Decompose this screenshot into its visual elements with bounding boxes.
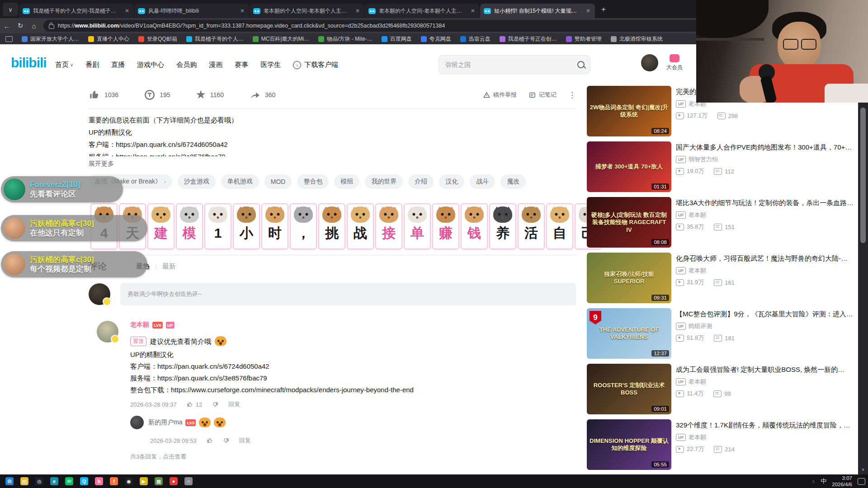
tab-close-icon[interactable]: ✕ (124, 8, 130, 14)
cat-emote-card[interactable]: 活 (518, 203, 545, 249)
cat-emote-card[interactable]: 建 (147, 203, 175, 249)
bookmark-item[interactable]: 迅雷云盘 (460, 35, 491, 43)
taskbar-app-icon[interactable]: ◉ (123, 476, 135, 487)
favorite-button[interactable]: ★ 1160 (196, 90, 224, 100)
cat-emote-card[interactable]: 时 (261, 203, 288, 249)
taskbar-app-icon[interactable]: ▦ (153, 476, 165, 487)
uploader-row[interactable]: UP 鸽组评测 (676, 322, 855, 330)
taskbar-app-icon[interactable]: ▶ (138, 476, 150, 487)
video-thumbnail[interactable]: ROOSTER'S 定制职业法术BOSS 09:01 (587, 364, 671, 414)
reload-icon[interactable]: ↻ (14, 22, 27, 30)
reply-like-button[interactable] (207, 437, 213, 444)
description-line[interactable]: 服务端：https://pan.quark.cn/s/3e8576fbac79 (89, 150, 495, 156)
browser-tab[interactable]: 我是桶子哥的个人空间-我是桶子… ✕ (19, 4, 134, 18)
bookmark-item[interactable]: 赞助者管理 (566, 35, 602, 43)
reply-author[interactable]: 新的用户ma (148, 418, 182, 427)
tag-pill[interactable]: 介绍 (408, 174, 434, 189)
uploader-row[interactable]: UP 弱智苦力怕 (676, 155, 855, 164)
cat-emote-card[interactable]: 赚 (432, 203, 459, 249)
scrollbar-down-arrow[interactable]: ▾ (858, 467, 868, 473)
input-method-indicator[interactable]: 中 (821, 477, 826, 485)
video-title[interactable]: 国产大体量多人合作PVE肉鸽地图发布！300+道具，70+… (676, 142, 855, 152)
view-more-replies[interactable]: 共3条回复，点击查看 (130, 453, 564, 461)
recommended-video-card[interactable]: 硬核|多人|定制玩法 数百定制装备技能怪物 RAGECRAFT IV 08:08… (587, 197, 855, 248)
video-title[interactable]: 【MC整合包评测】9分，《瓦尔基里大冒险》评测：进入… (676, 309, 855, 319)
tab-close-icon[interactable]: ✕ (239, 8, 245, 14)
cat-emote-card[interactable]: 小 (233, 203, 260, 249)
bookmark-item[interactable]: 我是桶子哥正在创… (500, 35, 557, 43)
page-scrollbar[interactable]: ▾ (858, 44, 868, 474)
user-avatar[interactable] (641, 54, 658, 71)
report-button[interactable]: 稿件举报 (483, 91, 517, 99)
uploader-row[interactable]: UP 老本願 (676, 433, 855, 441)
bookmark-item[interactable]: 百度网盘 (382, 35, 412, 43)
cat-emote-card[interactable]: 挑 (318, 203, 345, 249)
taskbar-clock[interactable]: 3:07 2026/4/6 (832, 475, 852, 488)
recommended-video-card[interactable]: 9 THE ADVENTURE OF VALKYRIENS 12:37 【MC整… (587, 308, 855, 359)
home-icon[interactable]: ⌂ (27, 22, 41, 30)
video-thumbnail[interactable]: DIMENSION HOPPER 颠覆认知的维度探险 05:55 (587, 419, 671, 470)
tag-pill[interactable]: 汉化 (439, 174, 464, 189)
cat-emote-card[interactable]: 养 (489, 203, 516, 249)
tag-pill[interactable]: 我的世界 (365, 174, 403, 189)
new-tab-button[interactable]: + (597, 3, 610, 16)
uploader-name[interactable]: 鸽组评测 (689, 322, 712, 330)
uploader-name[interactable]: 老本願 (689, 211, 706, 219)
video-thumbnail[interactable]: 9 THE ADVENTURE OF VALKYRIENS 12:37 (587, 308, 671, 359)
tab-close-icon[interactable]: ✕ (585, 8, 591, 14)
bilibili-logo[interactable]: bilibili (11, 55, 47, 70)
scrollbar-thumb[interactable] (860, 108, 866, 243)
note-button[interactable]: 记笔记 (528, 91, 557, 99)
video-thumbnail[interactable]: 硬核|多人|定制玩法 数百定制装备技能怪物 RAGECRAFT IV 08:08 (587, 197, 671, 248)
bookmark-item[interactable]: MC百科|最大的Mi… (253, 35, 309, 43)
uploader-row[interactable]: UP 老本願 (676, 378, 855, 386)
taskbar-app-icon[interactable]: ✉ (63, 476, 75, 487)
comment-line[interactable]: 服务端：https://pan.quark.cn/s/3e8576fbac79 (130, 375, 564, 381)
taskbar-app-icon[interactable]: ○ (183, 476, 194, 487)
bookmarks-panel-icon[interactable] (5, 36, 13, 42)
bookmark-item[interactable]: 我是桶子哥的个人… (186, 35, 244, 43)
reply-dislike-button[interactable] (223, 437, 229, 444)
uploader-name[interactable]: 弱智苦力怕 (689, 155, 718, 164)
comment-author[interactable]: 老本願 (130, 321, 149, 329)
uploader-row[interactable]: UP 老本願 (676, 267, 855, 275)
tab-close-icon[interactable]: ✕ (354, 8, 361, 14)
taskbar-app-icon[interactable]: ▤ (19, 476, 30, 487)
browser-tab[interactable]: 风暴-哔哩哔哩_bilibili ✕ (134, 4, 249, 18)
comment-line[interactable]: 客户端：https://pan.quark.cn/s/6724d6050a42 (130, 363, 564, 370)
video-title[interactable]: 329个维度！1.7K剧情任务，颠覆传统玩法的维度冒险，… (676, 420, 855, 430)
video-title[interactable]: 成为工会最强冒险者! 定制大量职业BOSS, 焕然一新的… (676, 365, 855, 374)
comment-dislike-button[interactable] (212, 401, 218, 408)
tag-pill[interactable]: 模组 (334, 174, 359, 189)
uploader-row[interactable]: UP 老本願 (676, 211, 855, 219)
bookmark-item[interactable]: 夸克网盘 (421, 35, 451, 43)
tag-pill[interactable]: MOD (264, 174, 292, 189)
browser-tab[interactable]: 老本願的个人空间-老本願个人主… ✕ (250, 4, 364, 18)
recommended-video-card[interactable]: 捕梦者 300+道具 70+敌人 01:31 国产大体量多人合作PVE肉鸽地图发… (587, 141, 855, 192)
tag-pill[interactable]: 单机游戏 (221, 174, 259, 189)
comment-like-button[interactable]: 12 (187, 401, 202, 408)
recommended-video-card[interactable]: DIMENSION HOPPER 颠覆认知的维度探险 05:55 329个维度！… (587, 419, 855, 470)
sort-newest[interactable]: 最新 (162, 262, 176, 271)
nav-home[interactable]: 首页∨ (55, 61, 73, 69)
cat-emote-card[interactable]: 单 (404, 203, 431, 249)
cat-emote-card[interactable]: ， (290, 203, 317, 249)
bookmark-item[interactable]: 登录QQ邮箱 (138, 35, 177, 43)
taskbar-app-icon[interactable]: ⊞ (4, 476, 15, 487)
vip-entry[interactable]: 大会员 (663, 54, 686, 71)
uploader-name[interactable]: 老本願 (689, 378, 706, 386)
tag-pill[interactable]: 沙盒游戏 (178, 174, 216, 189)
comment-line[interactable]: 整合包下载：https://www.curseforge.com/minecra… (130, 386, 564, 393)
cat-emote-card[interactable]: 战 (347, 203, 374, 249)
bookmark-item[interactable]: 北极酒馆审核系统 (611, 35, 663, 43)
tray-chevron-icon[interactable]: ∧ (811, 479, 815, 484)
taskbar-app-icon[interactable]: f (108, 476, 120, 487)
bookmark-item[interactable]: 物品/方块 - Mite-… (318, 35, 373, 43)
search-icon[interactable] (577, 61, 585, 68)
browser-tab-active[interactable]: 短小精悍! 自制15个模组! 大量现… ✕ (480, 4, 595, 18)
bookmark-item[interactable]: 国家开放大学个人… (22, 35, 79, 43)
video-thumbnail[interactable]: 独家召唤/法师/技能 SUPERIOR 09:31 (587, 253, 671, 303)
comment-reply-button[interactable]: 回复 (228, 400, 240, 408)
taskbar-app-icon[interactable]: ● (168, 476, 179, 487)
my-avatar[interactable] (89, 283, 110, 305)
